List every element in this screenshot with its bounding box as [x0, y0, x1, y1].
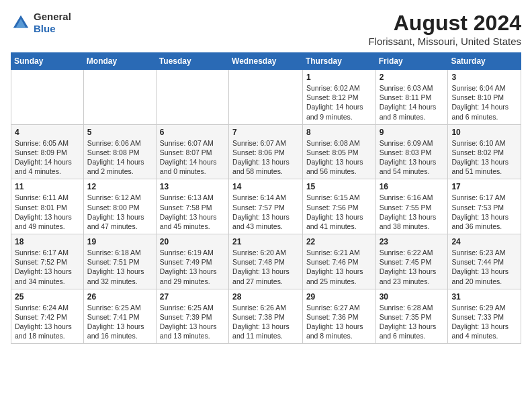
calendar-cell: 5Sunrise: 6:06 AM Sunset: 8:08 PM Daylig… [83, 124, 156, 179]
calendar-cell: 15Sunrise: 6:15 AM Sunset: 7:56 PM Dayli… [302, 179, 375, 234]
calendar-cell [229, 70, 303, 125]
calendar-week-2: 4Sunrise: 6:05 AM Sunset: 8:09 PM Daylig… [11, 124, 521, 179]
page-subtitle: Florissant, Missouri, United States [368, 36, 521, 47]
day-info: Sunrise: 6:06 AM Sunset: 8:08 PM Dayligh… [87, 138, 152, 177]
day-number: 5 [87, 128, 152, 137]
calendar-cell: 26Sunrise: 6:25 AM Sunset: 7:41 PM Dayli… [83, 289, 156, 344]
day-number: 6 [160, 128, 225, 137]
day-number: 17 [451, 182, 517, 191]
calendar-week-3: 11Sunrise: 6:11 AM Sunset: 8:01 PM Dayli… [11, 179, 521, 234]
calendar-week-4: 18Sunrise: 6:17 AM Sunset: 7:52 PM Dayli… [11, 234, 521, 289]
calendar-cell: 1Sunrise: 6:02 AM Sunset: 8:12 PM Daylig… [302, 70, 375, 125]
calendar-cell [83, 70, 156, 125]
calendar-cell: 17Sunrise: 6:17 AM Sunset: 7:53 PM Dayli… [448, 179, 521, 234]
day-info: Sunrise: 6:10 AM Sunset: 8:02 PM Dayligh… [451, 138, 517, 177]
day-info: Sunrise: 6:26 AM Sunset: 7:38 PM Dayligh… [232, 303, 299, 341]
calendar-cell: 11Sunrise: 6:11 AM Sunset: 8:01 PM Dayli… [11, 179, 84, 234]
calendar-cell: 28Sunrise: 6:26 AM Sunset: 7:38 PM Dayli… [229, 289, 303, 344]
page-header: General Blue August 2024 Florissant, Mis… [11, 11, 521, 47]
day-info: Sunrise: 6:08 AM Sunset: 8:05 PM Dayligh… [306, 138, 372, 177]
calendar-cell: 10Sunrise: 6:10 AM Sunset: 8:02 PM Dayli… [448, 124, 521, 179]
day-info: Sunrise: 6:22 AM Sunset: 7:45 PM Dayligh… [380, 248, 445, 286]
day-info: Sunrise: 6:16 AM Sunset: 7:55 PM Dayligh… [380, 193, 445, 231]
day-info: Sunrise: 6:03 AM Sunset: 8:11 PM Dayligh… [380, 83, 445, 122]
day-number: 13 [160, 182, 225, 191]
day-number: 8 [306, 128, 372, 137]
day-number: 9 [380, 128, 445, 137]
day-number: 26 [87, 292, 152, 302]
col-thursday: Thursday [302, 53, 375, 70]
col-saturday: Saturday [448, 53, 521, 70]
day-info: Sunrise: 6:19 AM Sunset: 7:49 PM Dayligh… [160, 248, 225, 286]
calendar-cell: 25Sunrise: 6:24 AM Sunset: 7:42 PM Dayli… [11, 289, 84, 344]
calendar-header: Sunday Monday Tuesday Wednesday Thursday… [11, 53, 521, 70]
day-number: 24 [451, 237, 517, 246]
calendar-cell: 9Sunrise: 6:09 AM Sunset: 8:03 PM Daylig… [375, 124, 448, 179]
day-number: 10 [451, 128, 517, 137]
col-tuesday: Tuesday [156, 53, 228, 70]
day-number: 25 [15, 292, 80, 302]
day-info: Sunrise: 6:18 AM Sunset: 7:51 PM Dayligh… [87, 248, 152, 286]
day-info: Sunrise: 6:04 AM Sunset: 8:10 PM Dayligh… [451, 83, 517, 122]
day-info: Sunrise: 6:13 AM Sunset: 7:58 PM Dayligh… [160, 193, 225, 231]
day-info: Sunrise: 6:23 AM Sunset: 7:44 PM Dayligh… [451, 248, 517, 286]
day-info: Sunrise: 6:05 AM Sunset: 8:09 PM Dayligh… [15, 138, 80, 177]
calendar-cell: 19Sunrise: 6:18 AM Sunset: 7:51 PM Dayli… [83, 234, 156, 289]
day-number: 30 [380, 292, 445, 302]
calendar-cell: 24Sunrise: 6:23 AM Sunset: 7:44 PM Dayli… [448, 234, 521, 289]
calendar-cell: 27Sunrise: 6:25 AM Sunset: 7:39 PM Dayli… [156, 289, 228, 344]
day-info: Sunrise: 6:28 AM Sunset: 7:35 PM Dayligh… [380, 303, 445, 341]
day-info: Sunrise: 6:07 AM Sunset: 8:07 PM Dayligh… [160, 138, 225, 177]
day-info: Sunrise: 6:11 AM Sunset: 8:01 PM Dayligh… [15, 193, 80, 231]
day-number: 3 [451, 73, 517, 82]
calendar-body: 1Sunrise: 6:02 AM Sunset: 8:12 PM Daylig… [11, 70, 521, 344]
day-number: 16 [380, 182, 445, 191]
day-info: Sunrise: 6:21 AM Sunset: 7:46 PM Dayligh… [306, 248, 372, 286]
calendar-cell: 22Sunrise: 6:21 AM Sunset: 7:46 PM Dayli… [302, 234, 375, 289]
calendar-cell: 7Sunrise: 6:07 AM Sunset: 8:06 PM Daylig… [229, 124, 303, 179]
day-number: 2 [380, 73, 445, 82]
calendar-cell: 21Sunrise: 6:20 AM Sunset: 7:48 PM Dayli… [229, 234, 303, 289]
day-info: Sunrise: 6:29 AM Sunset: 7:33 PM Dayligh… [451, 303, 517, 341]
day-number: 12 [87, 182, 152, 191]
day-number: 28 [232, 292, 299, 302]
calendar-cell: 2Sunrise: 6:03 AM Sunset: 8:11 PM Daylig… [375, 70, 448, 125]
calendar-cell: 14Sunrise: 6:14 AM Sunset: 7:57 PM Dayli… [229, 179, 303, 234]
day-number: 11 [15, 182, 80, 191]
day-number: 29 [306, 292, 372, 302]
calendar-cell [156, 70, 228, 125]
calendar-cell: 3Sunrise: 6:04 AM Sunset: 8:10 PM Daylig… [448, 70, 521, 125]
calendar-cell: 13Sunrise: 6:13 AM Sunset: 7:58 PM Dayli… [156, 179, 228, 234]
day-info: Sunrise: 6:25 AM Sunset: 7:39 PM Dayligh… [160, 303, 225, 341]
day-info: Sunrise: 6:09 AM Sunset: 8:03 PM Dayligh… [380, 138, 445, 177]
col-monday: Monday [83, 53, 156, 70]
calendar-cell: 30Sunrise: 6:28 AM Sunset: 7:35 PM Dayli… [375, 289, 448, 344]
logo-general-text: General [34, 11, 71, 23]
day-number: 15 [306, 182, 372, 191]
day-info: Sunrise: 6:24 AM Sunset: 7:42 PM Dayligh… [15, 303, 80, 341]
day-number: 20 [160, 237, 225, 246]
calendar-cell: 20Sunrise: 6:19 AM Sunset: 7:49 PM Dayli… [156, 234, 228, 289]
day-info: Sunrise: 6:02 AM Sunset: 8:12 PM Dayligh… [306, 83, 372, 122]
logo: General Blue [11, 11, 71, 35]
day-number: 1 [306, 73, 372, 82]
calendar-cell: 8Sunrise: 6:08 AM Sunset: 8:05 PM Daylig… [302, 124, 375, 179]
day-number: 22 [306, 237, 372, 246]
logo-blue-text: Blue [34, 23, 71, 35]
calendar-week-5: 25Sunrise: 6:24 AM Sunset: 7:42 PM Dayli… [11, 289, 521, 344]
day-info: Sunrise: 6:15 AM Sunset: 7:56 PM Dayligh… [306, 193, 372, 231]
day-info: Sunrise: 6:12 AM Sunset: 8:00 PM Dayligh… [87, 193, 152, 231]
day-info: Sunrise: 6:20 AM Sunset: 7:48 PM Dayligh… [232, 248, 299, 286]
day-number: 19 [87, 237, 152, 246]
col-wednesday: Wednesday [229, 53, 303, 70]
day-info: Sunrise: 6:27 AM Sunset: 7:36 PM Dayligh… [306, 303, 372, 341]
col-sunday: Sunday [11, 53, 84, 70]
day-number: 4 [15, 128, 80, 137]
day-number: 14 [232, 182, 299, 191]
day-number: 18 [15, 237, 80, 246]
page-title: August 2024 [368, 11, 521, 36]
day-number: 31 [451, 292, 517, 302]
calendar-cell: 23Sunrise: 6:22 AM Sunset: 7:45 PM Dayli… [375, 234, 448, 289]
day-info: Sunrise: 6:17 AM Sunset: 7:53 PM Dayligh… [451, 193, 517, 231]
day-number: 7 [232, 128, 299, 137]
